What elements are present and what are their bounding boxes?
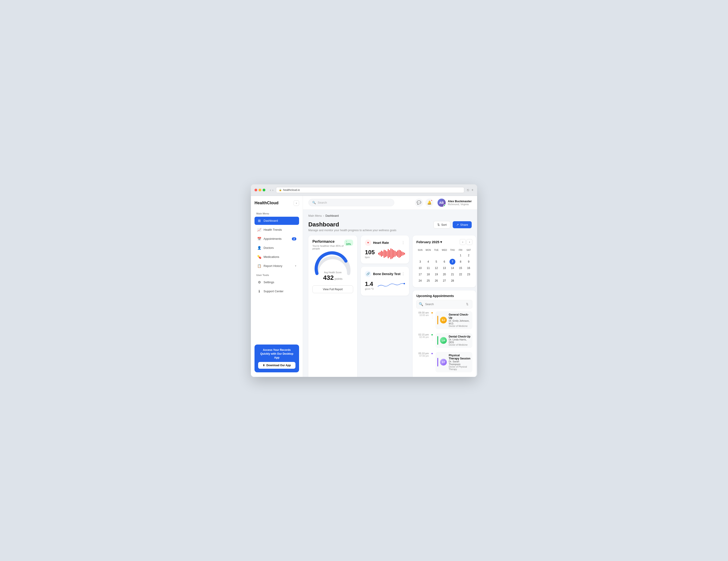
calendar-dropdown-icon[interactable]: ▾ bbox=[440, 240, 442, 244]
notifications-button[interactable]: 🔔 bbox=[425, 199, 433, 207]
heart-rate-unit: bpm bbox=[365, 256, 375, 259]
calendar-day[interactable]: 13 bbox=[441, 265, 447, 271]
appointments-title: Upcoming Appointments bbox=[416, 294, 472, 298]
calendar-empty-day bbox=[441, 252, 447, 258]
calendar-day[interactable]: 26 bbox=[433, 278, 439, 284]
calendar-day[interactable]: 15 bbox=[458, 265, 464, 271]
calendar-day[interactable]: 12 bbox=[433, 265, 439, 271]
sidebar-label-medications: Medications bbox=[264, 255, 279, 259]
chat-button[interactable]: 💬 bbox=[415, 199, 423, 207]
appointment-filter-button[interactable]: ⇅ bbox=[464, 302, 470, 307]
appt-card-inner: ST Physical Therapy Session Dr. Sarah Th… bbox=[435, 352, 472, 372]
maximize-button[interactable] bbox=[263, 189, 265, 191]
sidebar-logo: HealthCloud ‹ bbox=[255, 200, 299, 206]
collapse-sidebar-button[interactable]: ‹ bbox=[294, 200, 299, 206]
sidebar-label-appointments: Appointments bbox=[264, 237, 282, 240]
heart-rate-bar bbox=[399, 250, 400, 258]
sidebar-item-dashboard[interactable]: ⊞ Dashboard bbox=[255, 217, 299, 225]
view-report-button[interactable]: View Full Report bbox=[312, 285, 353, 293]
calendar-card: February 2025 ▾ ‹ › SUNMONTUEWEDTHUFRISA… bbox=[413, 235, 476, 287]
calendar-empty-day bbox=[433, 252, 439, 258]
calendar-day[interactable]: 3 bbox=[417, 259, 423, 265]
appointment-item[interactable]: 09:30 am 10:00 am EJ General Check-Up Dr… bbox=[416, 311, 472, 330]
calendar-empty-day bbox=[425, 252, 431, 258]
calendar-day[interactable]: 27 bbox=[441, 278, 447, 284]
calendar-day[interactable]: 1 bbox=[458, 252, 464, 258]
sort-button[interactable]: ⇅ Sort bbox=[433, 221, 450, 228]
appointment-search-input[interactable] bbox=[425, 303, 463, 306]
heart-rate-more-icon[interactable]: ⋮ bbox=[401, 240, 405, 245]
heart-rate-bar bbox=[386, 251, 387, 257]
doctor-avatar: LH bbox=[440, 337, 447, 344]
calendar-day[interactable]: 24 bbox=[417, 278, 423, 284]
sidebar-item-settings[interactable]: ⚙ Settings bbox=[255, 278, 299, 286]
performance-badge: ↑ 10% bbox=[344, 240, 353, 246]
header-actions: ⇅ Sort ↗ Share bbox=[433, 221, 472, 228]
breadcrumb-current: Dashboard bbox=[325, 214, 339, 217]
minimize-button[interactable] bbox=[259, 189, 261, 191]
forward-button[interactable]: › bbox=[272, 188, 274, 192]
calendar-day[interactable]: 9 bbox=[466, 259, 472, 265]
url-text: healthcloud.io bbox=[283, 188, 300, 192]
sidebar-item-support[interactable]: ℹ Support Center bbox=[255, 287, 299, 295]
calendar-day[interactable]: 25 bbox=[425, 278, 431, 284]
calendar-empty-day bbox=[450, 252, 455, 258]
health-trends-icon: 📈 bbox=[257, 228, 261, 232]
sidebar-promo-banner: Access Your Records Quickly with Our Des… bbox=[255, 345, 299, 372]
appt-title: General Check-Up bbox=[449, 313, 471, 319]
heart-rate-bar bbox=[389, 250, 390, 258]
calendar-day[interactable]: 8 bbox=[458, 259, 464, 265]
calendar-next-button[interactable]: › bbox=[466, 239, 472, 245]
calendar-day[interactable]: 4 bbox=[425, 259, 431, 265]
calendar-nav: ‹ › bbox=[460, 239, 472, 245]
user-location: Richmond, Virginia bbox=[448, 203, 472, 206]
calendar-day[interactable]: 19 bbox=[433, 271, 439, 277]
search-icon: 🔍 bbox=[312, 201, 316, 204]
calendar-day[interactable]: 21 bbox=[450, 271, 455, 277]
calendar-day[interactable]: 5 bbox=[433, 259, 439, 265]
bone-density-more-icon[interactable]: ⋮ bbox=[401, 272, 405, 276]
appt-line bbox=[432, 314, 432, 319]
share-button[interactable]: ↗ Share bbox=[453, 221, 472, 228]
bone-density-header: 🔗 Bone Density Test ⋮ bbox=[365, 271, 405, 277]
share-browser-button[interactable]: ⎋ bbox=[467, 188, 469, 192]
sidebar-item-doctors[interactable]: 👤 Doctors bbox=[255, 244, 299, 252]
calendar-day[interactable]: 17 bbox=[417, 271, 423, 277]
appointment-item[interactable]: 05:10 pm 07:00 pm ST Physical Therapy Se… bbox=[416, 352, 472, 374]
calendar-day[interactable]: 20 bbox=[441, 271, 447, 277]
calendar-today[interactable]: 7 bbox=[450, 259, 455, 265]
close-button[interactable] bbox=[255, 189, 257, 191]
download-app-button[interactable]: ⬇ Download Our App bbox=[258, 362, 295, 369]
appt-info: Physical Therapy Session Dr. Sarah Thomp… bbox=[449, 354, 471, 371]
calendar-day[interactable]: 18 bbox=[425, 271, 431, 277]
calendar-day[interactable]: 6 bbox=[441, 259, 447, 265]
sidebar-label-settings: Settings bbox=[264, 281, 274, 284]
sidebar-item-report-history[interactable]: 📋 Report History ▾ bbox=[255, 262, 299, 270]
sidebar-item-health-trends[interactable]: 📈 Health Trends bbox=[255, 226, 299, 234]
back-button[interactable]: ‹ bbox=[270, 188, 271, 192]
appointment-search[interactable]: 🔍 ⇅ bbox=[416, 300, 472, 309]
breadcrumb-root: Main Menu bbox=[308, 214, 322, 217]
heart-icon: ♥ bbox=[365, 240, 371, 246]
appointment-item[interactable]: 02:15 pm 02:45 pm LH Dental Check-Up Dr.… bbox=[416, 333, 472, 349]
sidebar-item-appointments[interactable]: 📅 Appointments 2 bbox=[255, 235, 299, 243]
sort-icon: ⇅ bbox=[437, 223, 440, 226]
calendar-day[interactable]: 28 bbox=[450, 278, 455, 284]
address-bar[interactable]: 🔒 healthcloud.io bbox=[276, 187, 464, 193]
calendar-day[interactable]: 14 bbox=[450, 265, 455, 271]
calendar-day[interactable]: 16 bbox=[466, 265, 472, 271]
calendar-day[interactable]: 10 bbox=[417, 265, 423, 271]
calendar-prev-button[interactable]: ‹ bbox=[460, 239, 466, 245]
calendar-day[interactable]: 23 bbox=[466, 271, 472, 277]
bone-density-svg bbox=[377, 279, 405, 291]
calendar-day[interactable]: 11 bbox=[425, 265, 431, 271]
calendar-day[interactable]: 22 bbox=[458, 271, 464, 277]
calendar-header: February 2025 ▾ ‹ › bbox=[416, 239, 472, 245]
new-tab-button[interactable]: + bbox=[471, 188, 473, 192]
calendar-day[interactable]: 2 bbox=[466, 252, 472, 258]
search-box[interactable]: 🔍 Search bbox=[308, 199, 394, 206]
sidebar-item-medications[interactable]: 💊 Medications bbox=[255, 253, 299, 261]
settings-icon: ⚙ bbox=[257, 280, 261, 284]
heart-rate-bar bbox=[397, 250, 398, 257]
appt-info: General Check-Up Dr. Emily Johnson, M.D.… bbox=[449, 313, 471, 327]
